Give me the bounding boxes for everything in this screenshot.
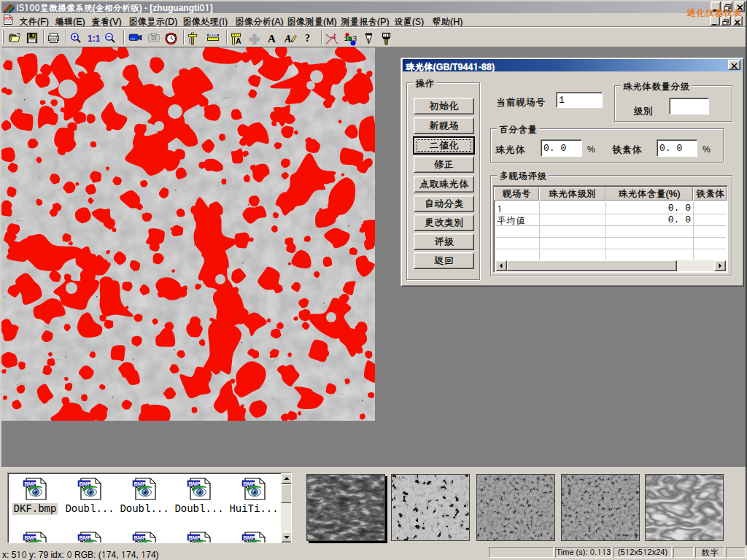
svg-text:A: A [236,36,241,45]
svg-text:A: A [285,34,291,44]
svg-text:1:1: 1:1 [88,34,100,44]
svg-text:DOC: DOC [4,16,13,20]
svg-text:A: A [268,33,276,44]
svg-text:?: ? [305,33,310,44]
